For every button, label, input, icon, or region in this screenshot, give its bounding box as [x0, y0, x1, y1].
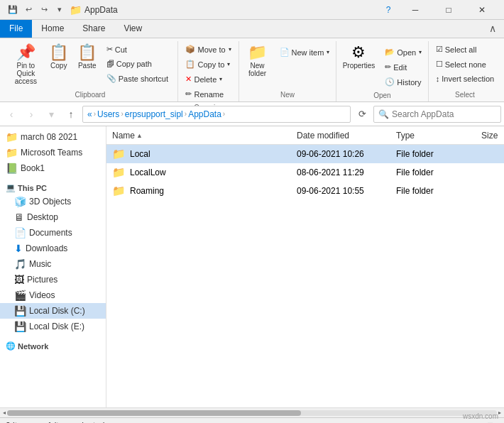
refresh-button[interactable]: ⟳ — [354, 106, 371, 123]
properties-label: Properties — [343, 62, 376, 70]
paste-shortcut-button[interactable]: 📎 Paste shortcut — [103, 72, 172, 85]
delete-icon: ✕ — [185, 75, 192, 84]
new-item-button[interactable]: 📄 New item ▾ — [276, 45, 334, 59]
recent-locations-button[interactable]: ▾ — [43, 106, 60, 123]
delete-button[interactable]: ✕ Delete ▾ — [182, 72, 226, 86]
up-button[interactable]: ↑ — [62, 106, 80, 123]
quick-redo-btn[interactable]: ↪ — [37, 3, 51, 17]
tab-share[interactable]: Share — [73, 20, 114, 38]
back-button[interactable]: ‹ — [3, 106, 20, 123]
col-size-header[interactable]: Size — [476, 131, 504, 141]
roaming-type: File folder — [390, 186, 476, 196]
locallow-folder-icon: 📁 — [112, 166, 126, 179]
sidebar-item-music[interactable]: 🎵 Music — [0, 256, 106, 272]
bc-erpsupport[interactable]: erpsupport_sipl — [125, 109, 183, 119]
tab-home[interactable]: Home — [32, 20, 73, 38]
move-to-button[interactable]: 📦 Move to ▾ — [182, 43, 234, 56]
sidebar-item-3dobjects[interactable]: 🧊 3D Objects — [0, 194, 106, 209]
network-section[interactable]: 🌐 Network — [0, 339, 106, 352]
clipboard-group: 📌 Pin to Quickaccess 📋 Copy 📋 Paste ✂ Cu… — [3, 41, 178, 101]
file-row-local[interactable]: 📁 Local 09-06-2021 10:26 File folder — [106, 145, 504, 163]
forward-button[interactable]: › — [23, 106, 40, 123]
search-box[interactable]: 🔍 — [373, 106, 501, 123]
sidebar-item-documents[interactable]: 📄 Documents — [0, 225, 106, 241]
col-type-header[interactable]: Type — [390, 131, 476, 141]
file-row-locallow[interactable]: 📁 LocalLow 08-06-2021 11:29 File folder — [106, 163, 504, 182]
pin-icon: 📌 — [16, 45, 35, 60]
open-button[interactable]: 📂 Open ▾ — [381, 45, 425, 59]
sidebar-item-local-disk-c[interactable]: 💾 Local Disk (C:) — [0, 303, 106, 319]
cut-button[interactable]: ✂ Cut — [103, 43, 172, 56]
quick-save-btn[interactable]: 💾 — [6, 3, 20, 17]
sidebar-item-downloads[interactable]: ⬇ Downloads — [0, 241, 106, 256]
local-type: File folder — [390, 149, 476, 159]
new-item-arrow: ▾ — [327, 49, 329, 55]
this-pc-section[interactable]: 💻 This PC — [0, 180, 106, 194]
minimize-btn[interactable]: ─ — [399, 0, 432, 20]
roaming-folder-icon: 📁 — [112, 185, 126, 197]
paste-button[interactable]: 📋 Paste — [75, 43, 100, 72]
edit-button[interactable]: ✏ Edit — [381, 60, 425, 74]
move-to-icon: 📦 — [185, 45, 195, 54]
edit-label: Edit — [393, 63, 407, 72]
sort-name-icon: ▲ — [136, 132, 143, 139]
sidebar-item-videos[interactable]: 🎬 Videos — [0, 287, 106, 303]
ribbon-tabs: File Home Share View ∧ — [0, 20, 504, 38]
select-all-button[interactable]: ☑ Select all — [432, 43, 481, 56]
quick-undo-btn[interactable]: ↩ — [21, 3, 35, 17]
history-button[interactable]: 🕓 History — [381, 75, 425, 89]
close-btn[interactable]: ✕ — [466, 0, 498, 20]
new-folder-label: Newfolder — [248, 62, 266, 77]
local-date: 09-06-2021 10:26 — [291, 149, 390, 159]
sidebar-item-book1[interactable]: 📗 Book1 — [0, 160, 106, 176]
locallow-name: LocalLow — [130, 167, 166, 177]
move-to-arrow: ▾ — [229, 46, 231, 53]
copy-path-button[interactable]: 🗐 Copy path — [103, 57, 172, 70]
copy-path-icon: 🗐 — [106, 60, 114, 68]
local-disk-e-icon: 💾 — [14, 321, 26, 332]
open-label: Open — [397, 48, 416, 57]
help-btn[interactable]: ? — [378, 0, 398, 20]
copy-icon: 📋 — [49, 45, 68, 60]
quick-dropdown-btn[interactable]: ▾ — [53, 3, 67, 17]
ribbon-collapse-btn[interactable]: ∧ — [484, 20, 501, 37]
pin-to-quick-access-button[interactable]: 📌 Pin to Quickaccess — [9, 43, 43, 87]
sidebar-item-march[interactable]: 📁 march 08 2021 — [0, 129, 106, 145]
sidebar-item-book1-label: Book1 — [21, 163, 45, 173]
breadcrumb[interactable]: « › Users › erpsupport_sipl › AppData › — [82, 106, 351, 123]
bc-users[interactable]: Users — [97, 109, 119, 119]
properties-button[interactable]: ⚙ Properties — [339, 43, 379, 72]
scroll-left-btn[interactable]: ◂ — [1, 410, 7, 416]
new-item-icon: 📄 — [280, 48, 290, 57]
invert-label: Invert selection — [442, 75, 494, 83]
bc-appdata[interactable]: AppData — [188, 109, 221, 119]
cut-icon: ✂ — [106, 45, 113, 54]
rename-button[interactable]: ✏ Rename — [182, 87, 227, 101]
search-input[interactable] — [392, 109, 496, 119]
file-list-header: Name ▲ Date modified Type Size — [106, 126, 504, 145]
select-none-button[interactable]: ☐ Select none — [432, 57, 490, 71]
copy-to-button[interactable]: 📋 Copy to ▾ — [182, 57, 234, 71]
select-label: Select — [455, 89, 475, 100]
scroll-thumb[interactable] — [7, 410, 301, 416]
sidebar-item-local-disk-e[interactable]: 💾 Local Disk (E:) — [0, 319, 106, 334]
videos-icon: 🎬 — [14, 290, 26, 301]
tab-file[interactable]: File — [0, 20, 32, 38]
invert-selection-button[interactable]: ↕ Invert selection — [432, 72, 498, 85]
local-folder-icon: 📁 — [112, 148, 126, 160]
copy-button[interactable]: 📋 Copy — [46, 43, 72, 72]
scroll-track[interactable] — [7, 410, 497, 416]
downloads-icon: ⬇ — [14, 243, 23, 254]
horizontal-scrollbar[interactable]: ◂ ▸ — [0, 407, 504, 417]
new-folder-button[interactable]: 📁 Newfolder — [242, 43, 273, 79]
col-date-header[interactable]: Date modified — [291, 131, 390, 141]
bc-collapse[interactable]: « — [87, 109, 92, 119]
file-row-roaming[interactable]: 📁 Roaming 09-06-2021 10:55 File folder — [106, 182, 504, 200]
col-name-header[interactable]: Name ▲ — [106, 131, 291, 141]
sidebar-item-pictures[interactable]: 🖼 Pictures — [0, 272, 106, 287]
sidebar-item-desktop[interactable]: 🖥 Desktop — [0, 209, 106, 225]
maximize-btn[interactable]: □ — [432, 0, 465, 20]
sidebar-item-downloads-label: Downloads — [26, 243, 67, 253]
sidebar-item-teams[interactable]: 📁 Microsoft Teams — [0, 145, 106, 160]
tab-view[interactable]: View — [114, 20, 151, 38]
